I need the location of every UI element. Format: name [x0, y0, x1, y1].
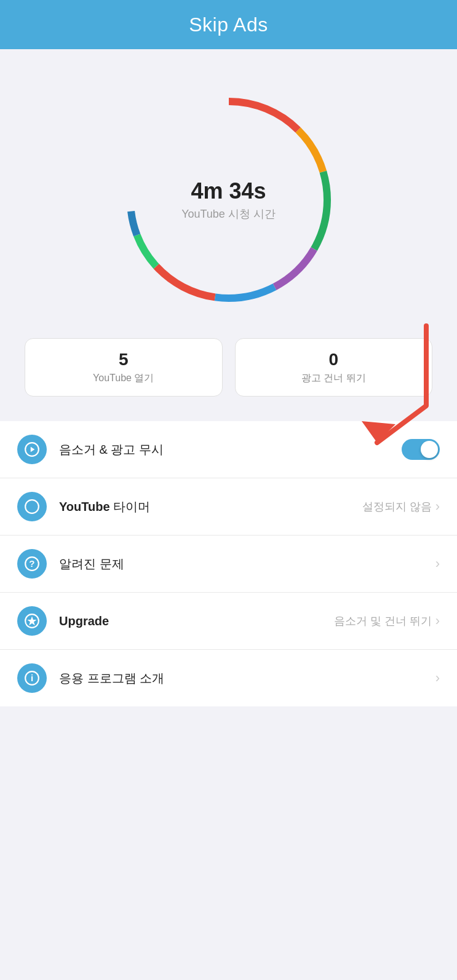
- chevron-right-icon-4: ›: [435, 670, 440, 686]
- menu-right-youtube-timer: 설정되지 않음 ›: [362, 499, 440, 515]
- chevron-right-icon-3: ›: [435, 613, 440, 629]
- circle-time-label: YouTube 시청 시간: [181, 207, 276, 221]
- stat-label-youtube-open: YouTube 열기: [38, 372, 210, 385]
- menu-text-upgrade: Upgrade: [59, 614, 334, 628]
- svg-point-11: [25, 500, 39, 513]
- question-circle-icon: ?: [17, 549, 47, 579]
- menu-text-app-intro: 응용 프로그램 소개: [59, 670, 435, 687]
- menu-item-app-intro[interactable]: i 응용 프로그램 소개 ›: [0, 650, 457, 706]
- menu-text-mute-ignore: 음소거 & 광고 무시: [59, 441, 402, 458]
- chevron-right-icon: ›: [435, 499, 440, 515]
- menu-right-upgrade: 음소거 및 건너 뛰기 ›: [334, 613, 440, 629]
- svg-text:?: ?: [29, 558, 34, 569]
- stat-number-youtube-open: 5: [38, 350, 210, 369]
- stat-card-youtube-open: 5 YouTube 열기: [25, 338, 223, 397]
- stats-circle: 4m 34s YouTube 시청 시간: [115, 86, 343, 314]
- toggle-knob: [421, 441, 438, 458]
- menu-item-mute-ignore[interactable]: 음소거 & 광고 무시: [0, 421, 457, 478]
- circle-text: 4m 34s YouTube 시청 시간: [181, 178, 276, 221]
- star-circle-icon: [17, 606, 47, 636]
- moon-circle-icon: [17, 492, 47, 521]
- menu-right-app-intro: ›: [435, 670, 440, 686]
- menu-section: 음소거 & 광고 무시 YouTube 타이머 설정되지 않음 › ? 알려진 …: [0, 421, 457, 706]
- chevron-right-icon-2: ›: [435, 556, 440, 572]
- menu-right-known-issues: ›: [435, 556, 440, 572]
- circle-section: 4m 34s YouTube 시청 시간: [0, 49, 457, 338]
- menu-item-known-issues[interactable]: ? 알려진 문제 ›: [0, 535, 457, 593]
- info-circle-icon: i: [17, 663, 47, 693]
- play-circle-icon: [17, 435, 47, 464]
- youtube-timer-value: 설정되지 않음: [362, 499, 432, 514]
- svg-text:i: i: [31, 673, 33, 683]
- header-title: Skip Ads: [189, 14, 268, 36]
- stat-card-skip-ads: 0 광고 건너 뛰기: [235, 338, 433, 397]
- menu-text-known-issues: 알려진 문제: [59, 556, 435, 572]
- stat-number-skip-ads: 0: [248, 350, 420, 369]
- app-header: Skip Ads: [0, 0, 457, 49]
- svg-marker-15: [27, 616, 36, 625]
- menu-item-upgrade[interactable]: Upgrade 음소거 및 건너 뛰기 ›: [0, 593, 457, 650]
- svg-marker-10: [31, 447, 35, 452]
- stat-label-skip-ads: 광고 건너 뛰기: [248, 372, 420, 385]
- menu-item-youtube-timer[interactable]: YouTube 타이머 설정되지 않음 ›: [0, 478, 457, 535]
- bottom-spacer: [0, 706, 457, 891]
- upgrade-value: 음소거 및 건너 뛰기: [334, 614, 432, 628]
- menu-text-youtube-timer: YouTube 타이머: [59, 499, 362, 515]
- circle-time-value: 4m 34s: [181, 178, 276, 204]
- mute-ignore-toggle[interactable]: [402, 439, 440, 460]
